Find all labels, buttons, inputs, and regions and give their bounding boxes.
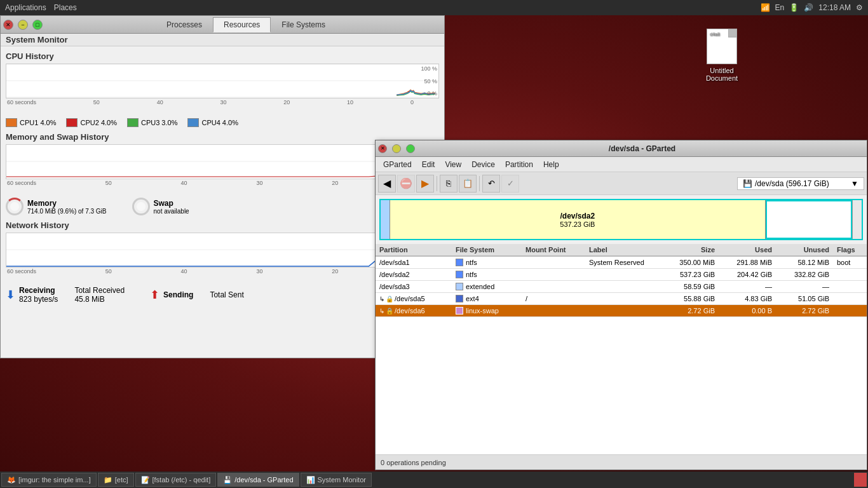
menu-device[interactable]: Device xyxy=(466,159,500,170)
sysmon-icon: 📊 xyxy=(306,476,315,484)
cell-unused: 51.05 GiB xyxy=(776,293,833,304)
disk-sda2-size: 537.23 GiB xyxy=(560,220,595,228)
taskbar-item-4[interactable]: 📊 System Monitor xyxy=(301,473,372,487)
cpu-title: CPU History xyxy=(6,51,439,61)
toolbar-forward-button[interactable]: ▶ xyxy=(416,175,434,193)
minimize-button[interactable]: − xyxy=(18,20,28,30)
cell-flags xyxy=(833,281,867,292)
lock-icon: 🔒 xyxy=(386,308,393,315)
menu-view[interactable]: View xyxy=(440,159,466,170)
menu-edit[interactable]: Edit xyxy=(417,159,440,170)
header-partition: Partition xyxy=(376,244,452,255)
toolbar-back-button[interactable]: ◀ xyxy=(378,175,396,193)
fs-name: ntfs xyxy=(466,259,477,266)
cell-label: System Reserved xyxy=(585,257,661,268)
tab-filesystems[interactable]: File Systems xyxy=(271,17,336,32)
table-row[interactable]: /dev/sda2 ntfs 537.23 GiB 204.42 GiB 332… xyxy=(376,269,867,281)
table-row[interactable]: /dev/sda1 ntfs System Reserved 350.00 Mi… xyxy=(376,257,867,269)
partition-used: — xyxy=(765,283,772,290)
taskbar-item-1[interactable]: 📁 [etc] xyxy=(98,473,134,487)
table-header: Partition File System Mount Point Label … xyxy=(376,244,867,257)
taskbar-item-0[interactable]: 🦊 [imgur: the simple im...] xyxy=(1,473,97,487)
total-recv-value: 45.8 MiB xyxy=(74,295,125,304)
memory-title: Memory and Swap History xyxy=(6,132,439,142)
editor-icon: 📝 xyxy=(141,476,150,484)
table-row[interactable]: ↳ 🔒 /dev/sda5 ext4 / 55.88 GiB 4.83 GiB … xyxy=(376,293,867,305)
cpu-section: CPU History 100 % xyxy=(6,51,439,127)
maximize-button[interactable]: □ xyxy=(32,20,43,30)
network-legend: ⬇ Receiving 823 bytes/s Total Received 4… xyxy=(6,286,439,304)
taskbar-label-4: System Monitor xyxy=(318,476,366,484)
topbar-places[interactable]: Places xyxy=(54,3,77,12)
disk-icon: 💾 xyxy=(743,179,752,188)
memory-item: Memory 714.0 MiB (9.6%) of 7.3 GiB xyxy=(6,198,107,215)
toolbar-apply-button: ✓ xyxy=(501,175,519,193)
mount-point: / xyxy=(526,295,527,302)
cell-mount: / xyxy=(522,293,585,304)
toolbar-undo-button[interactable]: ↶ xyxy=(482,175,500,193)
table-row[interactable]: /dev/sda3 extended 58.59 GiB — — xyxy=(376,281,867,293)
fs-color-indicator xyxy=(456,295,463,302)
disk-visual: /dev/sda2 537.23 GiB xyxy=(379,199,863,240)
partition-size: 2.72 GiB xyxy=(688,307,715,315)
cell-fs: linux-swap xyxy=(452,305,522,316)
disk-unallocated-visual xyxy=(766,200,852,239)
partition-size: 537.23 GiB xyxy=(680,271,715,278)
memory-label: Memory xyxy=(27,199,107,208)
device-selector[interactable]: 💾 /dev/sda (596.17 GiB) ▼ xyxy=(737,177,864,190)
menu-gparted[interactable]: GParted xyxy=(378,159,417,170)
cell-unused: 332.82 GiB xyxy=(776,269,833,280)
cpu1-legend: CPU1 4.0% xyxy=(6,118,56,127)
network-section: Network History 100 % 50 % 0 % xyxy=(6,220,439,304)
status-text: 0 operations pending xyxy=(381,459,446,466)
volume-icon: 🔊 xyxy=(804,3,813,12)
fs-color-indicator xyxy=(456,307,463,315)
partition-size: 58.59 GiB xyxy=(684,283,715,290)
gparted-menubar: GParted Edit View Device Partition Help xyxy=(376,157,867,172)
cell-partition: /dev/sda2 xyxy=(376,269,452,280)
cell-partition: ↳ 🔒 /dev/sda6 xyxy=(376,305,452,316)
receiving-value: 823 bytes/s xyxy=(19,295,58,304)
toolbar-paste-button[interactable]: 📋 xyxy=(459,175,477,193)
cell-size: 2.72 GiB xyxy=(661,305,719,316)
menu-partition[interactable]: Partition xyxy=(500,159,538,170)
close-button[interactable]: ✕ xyxy=(3,20,13,30)
sysmon-titlebar: ✕ − □ Processes Resources File Systems xyxy=(1,16,444,34)
partition-name: /dev/sda3 xyxy=(379,283,410,290)
partition-used: 291.88 MiB xyxy=(736,259,772,266)
tab-processes[interactable]: Processes xyxy=(156,17,213,32)
taskbar-item-3[interactable]: 💾 /dev/sda - GParted xyxy=(217,473,299,487)
fs-name: extended xyxy=(466,283,494,290)
toolbar-copy-button[interactable]: ⎘ xyxy=(440,175,458,193)
partition-name: /dev/sda2 xyxy=(379,271,410,278)
memory-chart: 100 % 50 % 0 % xyxy=(6,144,439,179)
topbar: Applications Places 📶 En 🔋 🔊 12:18 AM ⚙ xyxy=(0,0,868,15)
cpu3-legend: CPU3 3.0% xyxy=(127,118,177,127)
table-row[interactable]: ↳ 🔒 /dev/sda6 linux-swap 2.72 GiB 0.00 B… xyxy=(376,305,867,317)
topbar-apps[interactable]: Applications xyxy=(5,3,46,12)
cpu2-legend: CPU2 4.0% xyxy=(66,118,116,127)
header-label: Label xyxy=(585,244,661,255)
device-name: /dev/sda (596.17 GiB) xyxy=(755,179,829,188)
gparted-min-button[interactable] xyxy=(392,144,401,153)
receive-arrow-icon: ⬇ xyxy=(6,288,15,302)
header-unused: Unused xyxy=(776,244,833,255)
file-icon-text: d4a8 xyxy=(710,32,720,36)
fs-name: ntfs xyxy=(466,271,477,278)
power-icon[interactable]: ⚙ xyxy=(856,3,863,12)
partition-rows: /dev/sda1 ntfs System Reserved 350.00 Mi… xyxy=(376,257,867,317)
gparted-toolbar: ◀ ⛔ ▶ ⎘ 📋 ↶ ✓ 💾 /dev/sda (596.17 GiB) ▼ xyxy=(376,172,867,195)
menu-help[interactable]: Help xyxy=(538,159,564,170)
desktop-icon-document[interactable]: d4a8 Untitled Document xyxy=(696,29,747,82)
device-dropdown-icon: ▼ xyxy=(851,179,858,188)
tab-resources[interactable]: Resources xyxy=(213,17,271,32)
toolbar-stop-button: ⛔ xyxy=(397,175,415,193)
gparted-close-button[interactable]: ✕ xyxy=(378,144,387,153)
taskbar-item-2[interactable]: 📝 [fstab (/etc) - qedit] xyxy=(135,473,217,487)
sysmon-title: System Monitor xyxy=(6,35,68,44)
cpu-legend: CPU1 4.0% CPU2 4.0% CPU3 3.0% CPU4 4.0% xyxy=(6,118,439,127)
gparted-max-button[interactable] xyxy=(406,144,415,153)
cell-size: 350.00 MiB xyxy=(661,257,719,268)
network-chart: 100 % 50 % 0 % xyxy=(6,233,439,268)
cell-unused: 2.72 GiB xyxy=(776,305,833,316)
